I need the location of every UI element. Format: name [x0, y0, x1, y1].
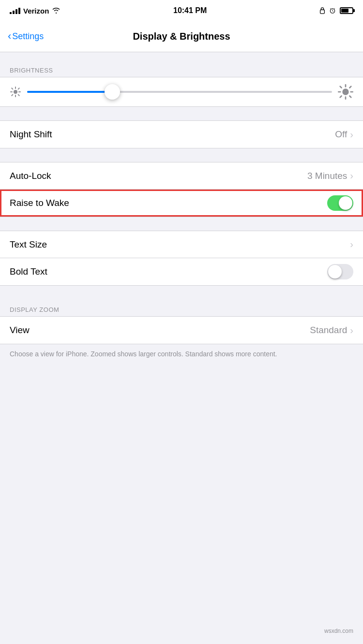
- svg-point-2: [14, 90, 17, 94]
- brightness-slider-thumb: [105, 84, 120, 100]
- text-group: Text Size › Bold Text: [0, 231, 363, 286]
- settings-content: BRIGHTNESS: [0, 52, 363, 367]
- svg-line-16: [340, 87, 342, 88]
- status-time: 10:41 PM: [173, 6, 207, 15]
- text-size-label: Text Size: [10, 239, 47, 250]
- text-size-right: ›: [350, 239, 353, 250]
- auto-lock-row[interactable]: Auto-Lock 3 Minutes ›: [0, 162, 363, 190]
- svg-line-8: [18, 95, 19, 96]
- night-shift-value: Off: [335, 129, 347, 140]
- brightness-slider-fill: [27, 91, 112, 93]
- text-size-chevron: ›: [350, 239, 353, 250]
- auto-lock-right: 3 Minutes ›: [307, 170, 353, 181]
- alarm-icon: [329, 7, 336, 14]
- auto-lock-value: 3 Minutes: [307, 171, 347, 181]
- lock-icon: [319, 7, 325, 14]
- signal-bars: [10, 7, 20, 14]
- page-title: Display & Brightness: [133, 31, 230, 42]
- bold-text-label: Bold Text: [10, 266, 47, 277]
- brightness-slider[interactable]: [27, 91, 332, 93]
- back-button[interactable]: ‹ Settings: [8, 31, 44, 42]
- svg-line-17: [349, 96, 351, 97]
- night-shift-label: Night Shift: [10, 129, 52, 140]
- battery-fill: [341, 9, 348, 13]
- battery-indicator: [340, 7, 353, 14]
- watermark: wsxdn.com: [324, 628, 353, 634]
- wifi-icon: [52, 7, 60, 14]
- bold-text-toggle-knob: [328, 265, 342, 278]
- display-zoom-header: DISPLAY ZOOM: [0, 299, 363, 316]
- status-right: [319, 7, 353, 14]
- status-bar: Verizon 10:41 PM: [0, 0, 363, 21]
- night-shift-group: Night Shift Off ›: [0, 120, 363, 148]
- bold-text-toggle[interactable]: [327, 264, 353, 279]
- svg-line-7: [12, 88, 13, 89]
- back-chevron-icon: ‹: [8, 31, 11, 42]
- view-label: View: [10, 325, 30, 336]
- auto-lock-label: Auto-Lock: [10, 171, 51, 181]
- brightness-row: [10, 84, 353, 100]
- view-value: Standard: [310, 325, 347, 336]
- svg-line-9: [18, 88, 19, 89]
- sun-large-icon: [338, 84, 353, 100]
- night-shift-row[interactable]: Night Shift Off ›: [0, 121, 363, 148]
- raise-to-wake-row[interactable]: Raise to Wake: [0, 190, 363, 217]
- toggle-knob: [339, 196, 352, 210]
- svg-rect-0: [320, 10, 325, 14]
- view-chevron: ›: [350, 325, 353, 336]
- bold-text-row[interactable]: Bold Text: [0, 258, 363, 285]
- sun-small-icon: [10, 86, 21, 98]
- status-left: Verizon: [10, 7, 60, 15]
- brightness-section-header: BRIGHTNESS: [0, 60, 363, 77]
- raise-to-wake-toggle[interactable]: [327, 195, 353, 211]
- display-zoom-group: View Standard ›: [0, 316, 363, 344]
- svg-line-19: [340, 96, 342, 97]
- brightness-group: [0, 77, 363, 107]
- text-size-row[interactable]: Text Size ›: [0, 231, 363, 258]
- view-row[interactable]: View Standard ›: [0, 317, 363, 344]
- lock-wake-group: Auto-Lock 3 Minutes › Raise to Wake: [0, 162, 363, 217]
- back-label: Settings: [12, 31, 44, 42]
- view-right: Standard ›: [310, 325, 353, 336]
- nav-bar: ‹ Settings Display & Brightness: [0, 21, 363, 52]
- svg-line-18: [349, 87, 351, 88]
- carrier-name: Verizon: [23, 7, 49, 15]
- night-shift-right: Off ›: [335, 129, 353, 140]
- svg-point-11: [342, 88, 348, 95]
- auto-lock-chevron: ›: [350, 170, 353, 181]
- svg-line-10: [12, 95, 13, 96]
- display-zoom-description: Choose a view for iPhone. Zoomed shows l…: [0, 344, 363, 367]
- night-shift-chevron: ›: [350, 129, 353, 140]
- raise-to-wake-label: Raise to Wake: [10, 198, 69, 208]
